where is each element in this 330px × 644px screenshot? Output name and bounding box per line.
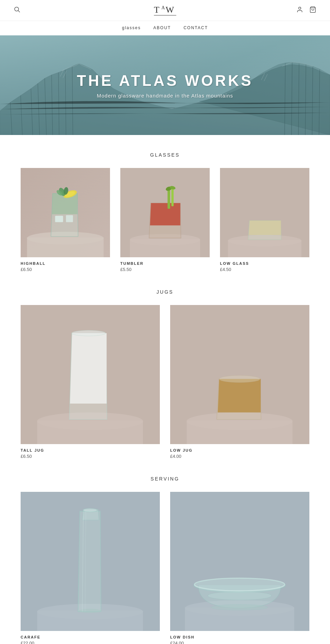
product-carafe-image bbox=[21, 492, 160, 631]
product-highball-image bbox=[21, 168, 110, 257]
svg-point-2 bbox=[299, 7, 301, 10]
svg-point-51 bbox=[219, 375, 260, 383]
hero-title: THE ATLAS WORKS bbox=[77, 72, 253, 89]
product-low-glass[interactable]: LOW GLASS £4.50 bbox=[220, 168, 309, 272]
product-carafe-price: £22.00 bbox=[21, 641, 160, 644]
nav-about[interactable]: ABOUT bbox=[153, 25, 171, 30]
serving-section: SERVING bbox=[21, 476, 309, 644]
product-tumbler-price: £5.50 bbox=[120, 267, 210, 272]
product-low-dish-image bbox=[170, 492, 309, 631]
glasses-section: GLASSES bbox=[21, 152, 309, 272]
main-nav: glasses ABOUT CONTACT bbox=[0, 21, 330, 35]
product-low-dish-name: LOW DISH bbox=[170, 635, 309, 639]
product-low-glass-name: LOW GLASS bbox=[220, 261, 309, 265]
product-tall-jug-image bbox=[21, 305, 160, 444]
svg-point-65 bbox=[211, 605, 268, 610]
product-tumbler[interactable]: TUMBLER £5.50 bbox=[120, 168, 210, 272]
product-low-glass-price: £4.50 bbox=[220, 267, 309, 272]
main-content: GLASSES bbox=[0, 152, 330, 644]
serving-section-title: SERVING bbox=[21, 476, 309, 482]
hero-content: THE ATLAS WORKS Modern glassware handmad… bbox=[77, 72, 253, 99]
svg-rect-27 bbox=[55, 216, 63, 222]
jugs-section: JUGS TALL JUG bbox=[21, 289, 309, 459]
product-low-dish-price: £24.00 bbox=[170, 641, 309, 644]
svg-point-47 bbox=[72, 330, 106, 336]
svg-rect-46 bbox=[37, 420, 143, 444]
cart-button[interactable] bbox=[309, 6, 316, 14]
glasses-section-title: GLASSES bbox=[21, 152, 309, 158]
product-highball[interactable]: HIGHBALL £6.50 bbox=[21, 168, 110, 272]
glasses-grid: HIGHBALL £6.50 bbox=[21, 168, 309, 272]
product-low-jug-name: LOW JUG bbox=[170, 448, 309, 452]
header-right bbox=[296, 6, 316, 14]
svg-rect-50 bbox=[187, 420, 293, 444]
product-low-glass-image bbox=[220, 168, 309, 257]
svg-rect-43 bbox=[228, 240, 301, 257]
product-highball-name: HIGHBALL bbox=[21, 261, 110, 265]
site-header: TAW bbox=[0, 0, 330, 21]
hero-subtitle: Modern glassware handmade in the Atlas m… bbox=[77, 93, 253, 99]
product-low-jug-price: £4.00 bbox=[170, 454, 309, 459]
product-carafe-name: CARAFE bbox=[21, 635, 160, 639]
svg-rect-54 bbox=[37, 611, 143, 631]
account-button[interactable] bbox=[296, 6, 303, 14]
header-left bbox=[14, 6, 21, 14]
serving-grid: CARAFE £22.00 bbox=[21, 492, 309, 644]
nav-shop[interactable]: glasses bbox=[122, 25, 141, 30]
svg-point-55 bbox=[83, 508, 97, 512]
product-tumbler-name: TUMBLER bbox=[120, 261, 210, 265]
product-tall-jug-name: TALL JUG bbox=[21, 448, 160, 452]
product-highball-price: £6.50 bbox=[21, 267, 110, 272]
svg-rect-36 bbox=[130, 239, 200, 257]
product-low-jug[interactable]: LOW JUG £4.00 bbox=[170, 305, 309, 459]
svg-rect-61 bbox=[185, 607, 294, 631]
product-carafe[interactable]: CARAFE £22.00 bbox=[21, 492, 160, 644]
svg-rect-37 bbox=[167, 190, 170, 209]
nav-contact[interactable]: CONTACT bbox=[184, 25, 208, 30]
product-tall-jug-price: £6.50 bbox=[21, 454, 160, 459]
svg-rect-28 bbox=[66, 215, 73, 222]
hero-banner: THE ATLAS WORKS Modern glassware handmad… bbox=[0, 35, 330, 135]
site-logo[interactable]: TAW bbox=[154, 5, 176, 15]
product-low-dish[interactable]: LOW DISH £24.00 bbox=[170, 492, 309, 644]
svg-rect-26 bbox=[27, 237, 104, 257]
product-tumbler-image bbox=[120, 168, 210, 257]
product-tall-jug[interactable]: TALL JUG £6.50 bbox=[21, 305, 160, 459]
search-button[interactable] bbox=[14, 6, 21, 14]
svg-rect-38 bbox=[172, 189, 174, 206]
svg-point-63 bbox=[208, 591, 272, 600]
svg-point-0 bbox=[15, 7, 19, 11]
svg-line-1 bbox=[18, 11, 20, 12]
jugs-grid: TALL JUG £6.50 bbox=[21, 305, 309, 459]
jugs-section-title: JUGS bbox=[21, 289, 309, 295]
product-low-jug-image bbox=[170, 305, 309, 444]
